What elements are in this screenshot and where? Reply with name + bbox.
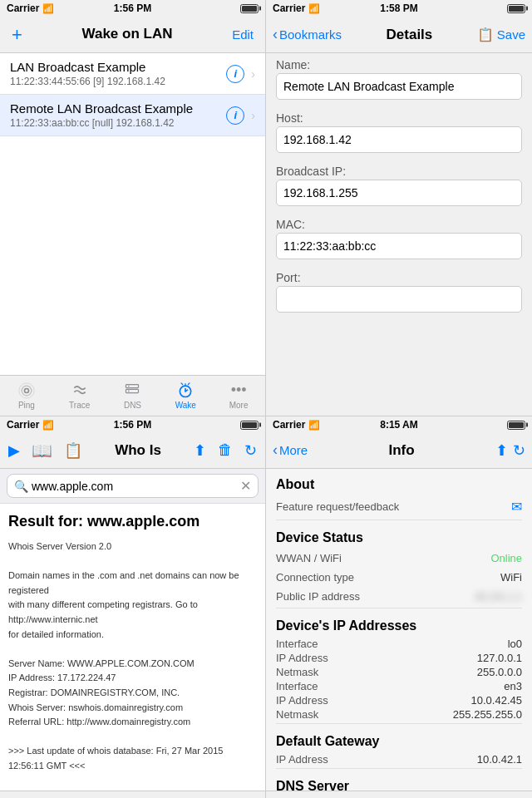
chevron-right-2: › <box>251 109 255 122</box>
wol-list: LAN Broadcast Example 11:22:33:44:55:66 … <box>0 53 265 375</box>
wol-title: Wake on LAN <box>76 17 180 53</box>
more-back-button[interactable]: ‹ More <box>273 441 308 459</box>
field-name: Name: <box>266 53 532 100</box>
bookmarks-back-button[interactable]: ‹ Bookmarks <box>273 26 342 43</box>
wwan-value: Online <box>490 552 522 564</box>
book-icon[interactable]: 📖 <box>28 439 56 462</box>
public-ip-row: Public IP address 46.101.1.1 <box>266 587 532 606</box>
svg-rect-4 <box>126 389 139 392</box>
tab-dns-left[interactable]: DNS <box>106 376 160 416</box>
netmask-en3-value: 255.255.255.0 <box>453 708 522 721</box>
tab-trace-whois[interactable]: Trace <box>53 791 106 798</box>
tab-monitor-whois[interactable]: Monitor <box>106 791 160 798</box>
tab-more-info[interactable]: ••• More <box>479 791 532 798</box>
mac-input[interactable] <box>276 233 522 259</box>
back-chevron-icon: ‹ <box>273 26 278 43</box>
public-ip-value: 46.101.1.1 <box>475 591 522 603</box>
battery-left <box>240 4 259 13</box>
wifi-icon-bottom-right: 📶 <box>308 420 320 431</box>
broadcast-ip-input[interactable] <box>276 180 522 206</box>
whois-navbar: ▶ 📖 📋 Who Is ⬆ 🗑 ↻ <box>0 432 265 469</box>
info-panel: ‹ More Info ⬆ ↻ About Feature request/fe… <box>266 432 532 798</box>
item-subtitle-1: 11:22:33:44:55:66 [9] 192.168.1.42 <box>10 76 226 87</box>
list-item[interactable]: LAN Broadcast Example 11:22:33:44:55:66 … <box>0 53 265 95</box>
device-ip-header: Device's IP Addresses <box>266 610 532 637</box>
tab-ping-left[interactable]: Ping <box>0 376 53 416</box>
envelope-icon[interactable]: ✉ <box>511 499 522 515</box>
broadcast-ip-label: Broadcast IP: <box>266 160 532 180</box>
info-button-2[interactable]: i <box>226 106 244 125</box>
svg-point-1 <box>22 386 32 396</box>
whois-panel: ▶ 📖 📋 Who Is ⬆ 🗑 ↻ 🔍 ✕ Result for: www.a… <box>0 432 266 798</box>
ip-en3-value: 10.0.42.45 <box>471 694 522 707</box>
list-item[interactable]: Remote LAN Broadcast Example 11:22:33:aa… <box>0 95 265 136</box>
carrier-bottom-right: Carrier <box>273 419 305 431</box>
about-header: About <box>266 469 532 495</box>
feature-request-label: Feature request/feedback <box>276 500 399 513</box>
refresh-icon[interactable]: ↻ <box>241 440 260 461</box>
tab-more-whois[interactable]: ••• More <box>212 791 265 798</box>
field-host: Host: <box>266 106 532 153</box>
public-ip-label: Public IP address <box>276 590 360 603</box>
divider3 <box>276 723 522 724</box>
back-button-label: Bookmarks <box>279 27 342 42</box>
ip-lo0-label: IP Address <box>276 652 328 664</box>
battery-bottom-right <box>507 421 525 430</box>
share-icon-info[interactable]: ⬆ <box>495 441 508 460</box>
ip-en3-label: IP Address <box>276 694 328 707</box>
more-dots-icon-left: ••• <box>231 382 247 399</box>
more-back-label: More <box>279 443 308 457</box>
trash-icon[interactable]: 🗑 <box>214 440 236 461</box>
wifi-icon-left: 📶 <box>42 3 54 14</box>
tab-trace-label-left: Trace <box>69 401 90 410</box>
play-icon[interactable]: ▶ <box>5 440 23 461</box>
result-header: Result for: www.apple.com <box>8 510 257 533</box>
svg-point-6 <box>128 390 130 392</box>
item-subtitle-2: 11:22:33:aa:bb:cc [null] 192.168.1.42 <box>10 117 226 129</box>
clear-icon[interactable]: ✕ <box>240 478 251 494</box>
carrier-bottom-left: Carrier <box>7 419 39 431</box>
divider4 <box>276 768 522 769</box>
tab-trace-info[interactable]: Trace <box>319 791 372 798</box>
search-input[interactable] <box>32 480 240 493</box>
whois-content: Result for: www.apple.com Whois Server V… <box>0 504 265 791</box>
refresh-icon-info[interactable]: ↻ <box>513 441 525 460</box>
time-left: 1:56 PM <box>114 2 151 14</box>
whois-title: Who Is <box>91 442 185 459</box>
time-bottom-left: 1:56 PM <box>114 419 151 431</box>
chevron-right-1: › <box>251 67 255 81</box>
item-title-2: Remote LAN Broadcast Example <box>10 101 226 116</box>
info-content: About Feature request/feedback ✉ Device … <box>266 469 532 791</box>
divider2 <box>276 608 522 608</box>
tab-wake-left[interactable]: Wake <box>159 376 212 416</box>
tab-more-left[interactable]: ••• More <box>212 376 265 416</box>
port-input[interactable] <box>276 286 522 313</box>
wol-navbar: + Wake on LAN Edit <box>0 17 265 53</box>
divider <box>276 520 522 520</box>
tab-monitor-info[interactable]: Monitor <box>372 791 426 798</box>
list-icon[interactable]: 📋 <box>61 440 86 461</box>
tab-ping-whois[interactable]: Ping <box>0 791 53 798</box>
netmask-en3-label: Netmask <box>276 708 318 721</box>
interface-en3-row: Interface en3 <box>266 679 532 693</box>
default-gateway-header: Default Gateway <box>266 726 532 752</box>
share-icon[interactable]: ⬆ <box>190 440 209 461</box>
tab-lan-info[interactable]: Lan <box>426 791 479 798</box>
tab-ping-info[interactable]: Ping <box>266 791 319 798</box>
svg-point-0 <box>24 388 28 392</box>
name-input[interactable] <box>276 73 522 100</box>
host-input[interactable] <box>276 126 522 153</box>
time-right: 1:58 PM <box>380 2 417 14</box>
add-button[interactable]: + <box>7 21 27 49</box>
edit-button[interactable]: Edit <box>227 24 259 45</box>
status-bar-bottom-left: Carrier 📶 1:56 PM <box>0 416 266 433</box>
tab-bar-whois: Ping Trace Monitor Who Is ••• More <box>0 791 265 798</box>
tab-trace-left[interactable]: Trace <box>53 376 106 416</box>
tab-bar-info: Ping Trace Monitor Lan ••• More <box>266 791 532 798</box>
whois-text: Whois Server Version 2.0 Domain names in… <box>8 539 257 791</box>
info-title: Info <box>389 442 415 459</box>
tab-whois-active[interactable]: Who Is <box>159 791 212 798</box>
field-port: Port: <box>266 266 532 313</box>
info-button-1[interactable]: i <box>226 65 244 83</box>
save-button[interactable]: Save <box>497 27 525 42</box>
